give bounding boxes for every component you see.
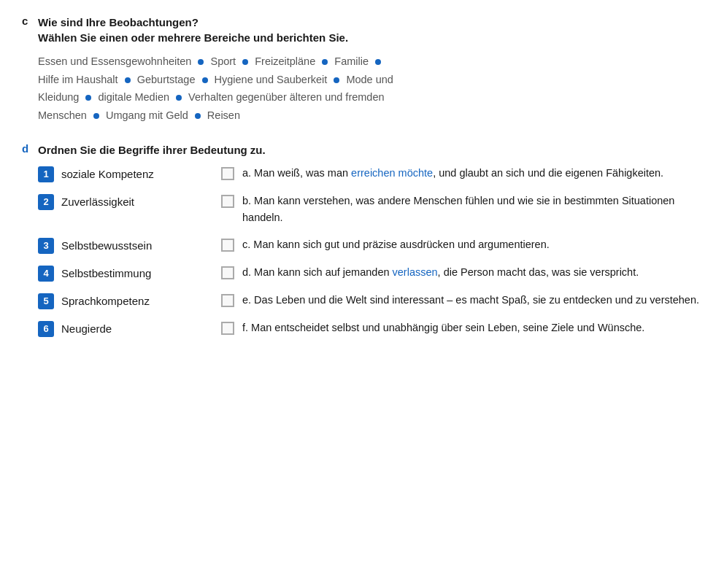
section-d-letter: d — [22, 142, 32, 155]
definition-b: b. Man kann verstehen, was andere Mensch… — [242, 193, 702, 226]
topic-3: Freizeitpläne — [255, 55, 315, 67]
bullet-6 — [202, 77, 208, 83]
checkbox-col-e[interactable] — [213, 292, 242, 307]
bullet-8 — [85, 95, 91, 101]
def-letter-c: c. — [242, 239, 250, 250]
checkbox-e[interactable] — [221, 294, 234, 307]
match-row-3: 3 Selbstbewusstsein c. Man kann sich gut… — [38, 236, 702, 254]
match-row-5: 5 Sprachkompetenz e. Das Leben und die W… — [38, 292, 702, 309]
term-badge-5: 5 — [38, 293, 54, 309]
section-d: d Ordnen Sie die Begriffe ihrer Bedeutun… — [22, 142, 702, 337]
section-c-question-line1: Wie sind Ihre Beobachtungen? — [38, 16, 199, 28]
checkbox-col-c[interactable] — [213, 236, 242, 252]
term-badge-4: 4 — [38, 266, 54, 282]
section-d-title: Ordnen Sie die Begriffe ihrer Bedeutung … — [38, 142, 266, 158]
topic-9: digitale Medien — [99, 91, 170, 103]
topics-list: Essen und Essensgewohnheiten Sport Freiz… — [38, 53, 702, 125]
bullet-9 — [176, 95, 182, 101]
term-label-6: Neugierde — [61, 322, 112, 335]
bullet-10 — [93, 113, 99, 119]
topic-8b: Kleidung — [38, 91, 79, 103]
term-badge-3: 3 — [38, 238, 54, 254]
term-label-3: Selbstbewusstsein — [61, 239, 152, 252]
term-badge-6: 6 — [38, 321, 54, 337]
topic-1: Essen und Essensgewohnheiten — [38, 55, 191, 67]
term-col-4: 4 Selbstbestimmung — [38, 264, 213, 282]
section-d-header: d Ordnen Sie die Begriffe ihrer Bedeutun… — [22, 142, 702, 158]
checkbox-a[interactable] — [221, 167, 234, 180]
def-letter-a: a. — [242, 167, 251, 179]
checkbox-f[interactable] — [221, 322, 234, 335]
bullet-7 — [334, 77, 339, 83]
topic-10: Verhalten gegenüber älteren und fremden — [188, 91, 384, 103]
term-col-3: 3 Selbstbewusstsein — [38, 236, 213, 254]
topic-5: Hilfe im Haushalt — [38, 74, 118, 85]
topic-6: Geburtstage — [137, 74, 196, 85]
bullet-4 — [375, 59, 381, 65]
bullet-2 — [242, 59, 248, 65]
topic-12: Reisen — [207, 109, 240, 121]
term-label-5: Sprachkompetenz — [61, 295, 150, 307]
match-row-1: 1 soziale Kompetenz a. Man weiß, was man… — [38, 165, 702, 182]
term-col-2: 2 Zuverlässigkeit — [38, 193, 213, 210]
checkbox-col-a[interactable] — [213, 165, 242, 180]
section-d-question: Ordnen Sie die Begriffe ihrer Bedeutung … — [38, 144, 266, 156]
definition-e: e. Das Leben und die Welt sind interessa… — [242, 292, 702, 309]
checkbox-c[interactable] — [221, 239, 234, 252]
section-c-question-line2: Wählen Sie einen oder mehrere Bereiche u… — [38, 31, 348, 44]
def-highlight-a1: erreichen möchte — [351, 167, 433, 179]
checkbox-col-d[interactable] — [213, 264, 242, 279]
definition-c: c. Man kann sich gut und präzise ausdrüc… — [242, 236, 702, 253]
topic-2: Sport — [210, 55, 236, 67]
bullet-5 — [125, 77, 131, 83]
topic-10b: Menschen — [38, 109, 87, 121]
section-c: c Wie sind Ihre Beobachtungen? Wählen Si… — [22, 15, 702, 125]
definition-d: d. Man kann sich auf jemanden verlassen,… — [242, 264, 702, 281]
match-row-4: 4 Selbstbestimmung d. Man kann sich auf … — [38, 264, 702, 282]
topic-4: Familie — [334, 55, 369, 67]
match-row-6: 6 Neugierde f. Man entscheidet selbst un… — [38, 320, 702, 337]
def-letter-b: b. — [242, 195, 251, 206]
def-letter-e: e. — [242, 294, 251, 306]
topic-8: Mode und — [346, 74, 393, 85]
section-c-letter: c — [22, 15, 32, 27]
section-c-header: c Wie sind Ihre Beobachtungen? Wählen Si… — [22, 15, 702, 45]
def-highlight-d1: verlassen — [393, 266, 438, 278]
definition-f: f. Man entscheidet selbst und unabhängig… — [242, 320, 702, 336]
term-badge-2: 2 — [38, 194, 54, 210]
matching-section: 1 soziale Kompetenz a. Man weiß, was man… — [38, 165, 702, 337]
match-row-2: 2 Zuverlässigkeit b. Man kann verstehen,… — [38, 193, 702, 226]
topic-7: Hygiene und Sauberkeit — [215, 74, 328, 85]
def-letter-d: d. — [242, 266, 251, 278]
term-label-4: Selbstbestimmung — [61, 267, 151, 279]
bullet-3 — [322, 59, 328, 65]
checkbox-b[interactable] — [221, 195, 234, 208]
term-col-5: 5 Sprachkompetenz — [38, 292, 213, 309]
checkbox-col-b[interactable] — [213, 193, 242, 208]
section-c-title: Wie sind Ihre Beobachtungen? Wählen Sie … — [38, 15, 348, 45]
term-col-1: 1 soziale Kompetenz — [38, 165, 213, 182]
bullet-11 — [195, 113, 201, 119]
checkbox-col-f[interactable] — [213, 320, 242, 335]
term-badge-1: 1 — [38, 166, 54, 182]
term-col-6: 6 Neugierde — [38, 320, 213, 337]
term-label-1: soziale Kompetenz — [61, 168, 154, 180]
bullet-1 — [198, 59, 204, 65]
checkbox-d[interactable] — [221, 266, 234, 279]
term-label-2: Zuverlässigkeit — [61, 196, 134, 208]
definition-a: a. Man weiß, was man erreichen möchte, u… — [242, 165, 702, 182]
topic-11: Umgang mit Geld — [106, 109, 188, 121]
def-letter-f: f. — [242, 322, 248, 333]
